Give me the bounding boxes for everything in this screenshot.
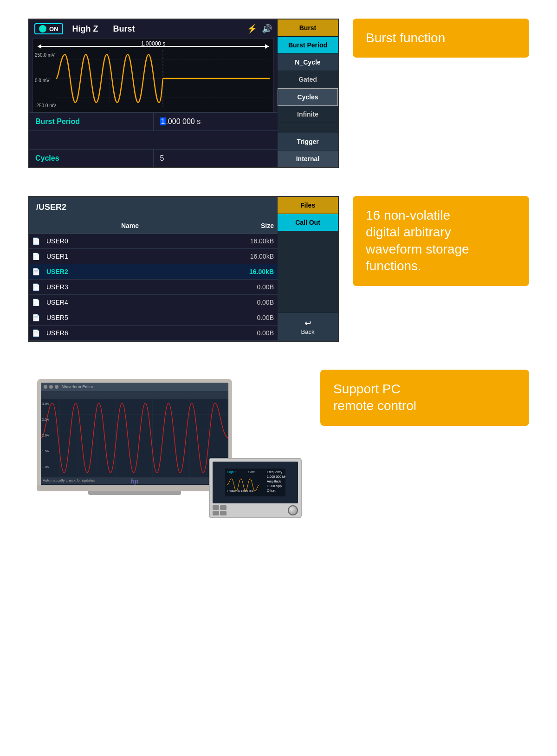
on-label: ON [49,26,58,33]
svg-rect-7 [41,398,228,477]
files-screen-display: /USER2 Name Size 📄 USER0 16.00kB 📄 [28,196,339,342]
svg-text:Frequency  1.000 kHz: Frequency 1.000 kHz [227,489,253,492]
burst-header-bar: ON High Z Burst ⚡ 🔊 [29,20,278,38]
sidebar-trigger[interactable]: Trigger [278,133,338,150]
svg-text:2.5V: 2.5V [42,417,50,422]
laptop-waveform-area: 3.0V 2.5V 2.0V 1.5V 1.0V [41,398,228,477]
file-icon-user0: 📄 [29,237,43,245]
file-name-user6: USER6 [43,329,231,337]
high-z-text: High Z [72,24,98,34]
device-btn-3 [213,511,219,515]
file-size-user0: 16.00kB [231,237,278,245]
sidebar-gated[interactable]: Gated [278,71,338,88]
app-bar-dot-1 [44,385,47,389]
files-path: /USER2 [36,202,66,212]
burst-parameters: Burst Period 1.000 000 s Cycles 5 [29,112,278,167]
file-name-user5: USER5 [43,314,231,321]
pc-section: Waveform Editor [28,370,529,528]
burst-section: ON High Z Burst ⚡ 🔊 1.00000 s [28,19,529,168]
pc-description-text: Support PC remote control [333,382,416,413]
empty-row-1 [29,130,278,149]
device-screen-svg: High Z Sine Frequency 1.000 000 kHz Ampl… [225,469,285,496]
app-title: Waveform Editor [62,385,93,389]
file-row-user0[interactable]: 📄 USER0 16.00kB [29,234,278,249]
app-bar-dot-3 [55,385,58,389]
files-description-text: 16 non-volatile digital arbitrary wavefo… [366,207,469,275]
y-bot-label: -250.0 mV [35,103,56,108]
device-controls [210,503,301,517]
sidebar-callout[interactable]: Call Out [278,214,338,231]
sidebar-burst-period[interactable]: Burst Period [278,37,338,54]
file-row-user6[interactable]: 📄 USER6 0.00B [29,326,278,341]
device-knob[interactable] [288,505,298,515]
burst-period-row: Burst Period 1.000 000 s [29,112,278,130]
files-sidebar: Files Call Out ↩ Back [278,197,338,341]
header-icons: ⚡ 🔊 [247,24,272,34]
files-description-box: 16 non-volatile digital arbitrary wavefo… [353,196,529,286]
svg-text:Sine: Sine [248,470,255,474]
burst-screen-display: ON High Z Burst ⚡ 🔊 1.00000 s [28,19,339,168]
pc-description-box: Support PC remote control [320,370,529,426]
file-name-user3: USER3 [43,283,231,291]
device-btn-4 [220,511,227,515]
laptop-status: Automatically check for updates [43,478,95,482]
burst-period-label: Burst Period [29,113,153,130]
svg-text:Amplitude: Amplitude [267,480,281,483]
svg-text:Frequency: Frequency [267,470,283,474]
burst-description-box: Burst function [353,19,529,58]
sidebar-cycles[interactable]: Cycles [278,88,338,106]
file-row-user3[interactable]: 📄 USER3 0.00B [29,280,278,295]
sidebar-spacer [278,123,338,133]
back-icon: ↩ [281,318,334,328]
file-icon-user6: 📄 [29,329,43,337]
file-name-user1: USER1 [43,253,231,260]
burst-period-value: 1.000 000 s [153,113,278,130]
on-indicator [39,25,46,33]
speaker-icon: 🔊 [262,24,272,34]
sidebar-internal[interactable]: Internal [278,150,338,167]
file-icon-user3: 📄 [29,283,43,291]
y-top-label: 250.0 mV [35,52,56,58]
pc-image-container: Waveform Editor [28,370,306,528]
time-arrow [38,46,269,47]
burst-main-area: ON High Z Burst ⚡ 🔊 1.00000 s [29,20,278,167]
file-size-user5: 0.00B [231,314,278,321]
device-btn-1 [213,505,219,510]
cursor-digit: 1 [160,117,166,125]
file-icon-user1: 📄 [29,253,43,260]
owon-device: High Z Sine Frequency 1.000 000 kHz Ampl… [209,458,302,518]
usb-icon: ⚡ [247,24,257,34]
sidebar-files[interactable]: Files [278,197,338,214]
y-axis-labels: 250.0 mV 0.0 mV -250.0 mV [35,52,56,108]
svg-text:1.000 Vpp: 1.000 Vpp [267,484,282,488]
svg-text:3.0V: 3.0V [42,402,50,406]
laptop-screen-border: Waveform Editor [37,379,232,485]
files-sidebar-spacer [278,231,338,312]
y-mid-label: 0.0 mV [35,78,56,83]
sidebar-ncycle[interactable]: N_Cycle [278,54,338,71]
svg-text:1.000 000 kHz: 1.000 000 kHz [267,475,285,478]
device-btn-2 [220,505,227,510]
back-button[interactable]: ↩ Back [278,312,338,341]
device-small-screen: High Z Sine Frequency 1.000 000 kHz Ampl… [213,462,298,503]
file-icon-user2: 📄 [29,268,43,275]
file-icon-user4: 📄 [29,299,43,306]
file-row-user5[interactable]: 📄 USER5 0.00B [29,310,278,326]
col-name-header: Name [29,218,231,233]
file-row-user1[interactable]: 📄 USER1 16.00kB [29,249,278,264]
sidebar-burst[interactable]: Burst [278,20,338,37]
laptop-base: hp [37,485,232,491]
sidebar-infinite[interactable]: Infinite [278,106,338,123]
burst-sidebar: Burst Burst Period N_Cycle Gated Cycles … [278,20,338,167]
files-path-header: /USER2 [29,197,278,218]
file-size-user4: 0.00B [231,299,278,306]
svg-text:1.5V: 1.5V [42,449,50,453]
waveform-display: 1.00000 s 250.0 mV 0.0 mV -250.0 mV [32,38,274,112]
file-row-user2[interactable]: 📄 USER2 16.00kB [29,264,278,280]
cycles-label: Cycles [29,150,153,167]
app-bar-dot-2 [49,385,53,389]
file-row-user4[interactable]: 📄 USER4 0.00B [29,295,278,310]
files-section: /USER2 Name Size 📄 USER0 16.00kB 📄 [28,196,529,342]
files-main-area: /USER2 Name Size 📄 USER0 16.00kB 📄 [29,197,278,341]
file-name-user0: USER0 [43,237,231,245]
